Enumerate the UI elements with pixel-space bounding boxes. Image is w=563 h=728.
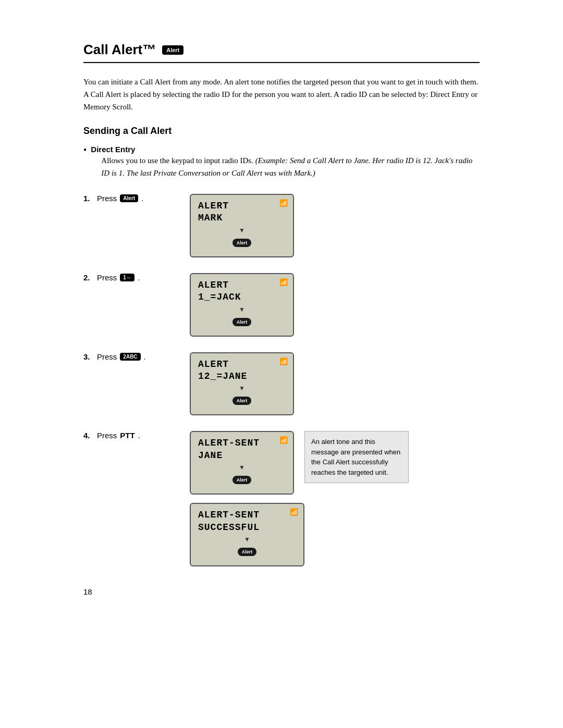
- bullet-desc-normal: Allows you to use the keypad to input ra…: [101, 156, 253, 165]
- section-heading: Sending a Call Alert: [83, 126, 480, 137]
- step-4-screens: 📶 ALERT-SENT JANE ▼ Alert An alert tone …: [190, 431, 409, 495]
- alert-badge: Alert: [162, 45, 183, 55]
- step-1-press-label: Press: [97, 194, 117, 203]
- step-3-line1: ALERT: [198, 359, 286, 371]
- step-4-period: .: [138, 431, 140, 440]
- step-4-screen2-arrow: ▼: [198, 536, 296, 544]
- step-3-line2: 12_=JANE: [198, 371, 286, 382]
- step-4-right: 📶 ALERT-SENT JANE ▼ Alert An alert tone …: [190, 431, 409, 566]
- bullet-direct-entry: • Direct Entry Allows you to use the key…: [83, 145, 480, 179]
- signal-icon-2: 📶: [279, 278, 288, 287]
- step-3-row: 3. Press 2ABC . 📶 ALERT 12_=JANE ▼ Alert: [83, 352, 480, 416]
- step-1-text: Press Alert .: [97, 194, 143, 203]
- step-4-screen1-arrow: ▼: [198, 464, 286, 472]
- signal-icon-4b: 📶: [290, 508, 298, 516]
- step-1-left: 1. Press Alert .: [83, 194, 177, 203]
- bullet-description: Allows you to use the keypad to input ra…: [101, 154, 480, 179]
- step-4-screen2: 📶 ALERT-SENT SUCCESSFUL ▼ Alert: [190, 503, 304, 566]
- intro-paragraph: You can initiate a Call Alert from any m…: [83, 76, 480, 113]
- step-1-screen: 📶 ALERT MARK ▼ Alert: [190, 194, 294, 257]
- step-2-arrow: ▼: [198, 306, 286, 314]
- step-4-screen2-btn-row: Alert: [198, 548, 296, 556]
- step-3-arrow: ▼: [198, 385, 286, 392]
- step-4-ptt-label: PTT: [120, 431, 134, 440]
- step-4-screen1-line1: ALERT-SENT: [198, 437, 286, 449]
- page-content: Call Alert™ Alert You can initiate a Cal…: [0, 0, 563, 638]
- step-2-left: 2. Press 1↔ .: [83, 273, 177, 282]
- step-2-text: Press 1↔ .: [97, 273, 140, 282]
- step-4-number: 4.: [83, 431, 94, 440]
- step-4-left: 4. Press PTT .: [83, 431, 177, 440]
- step-2-screen: 📶 ALERT 1_=JACK ▼ Alert: [190, 273, 294, 337]
- step-3-screen: 📶 ALERT 12_=JANE ▼ Alert: [190, 352, 294, 416]
- step-1-badge: Alert: [120, 194, 138, 202]
- step-4-text: Press PTT .: [97, 431, 140, 440]
- steps-container: 1. Press Alert . 📶 ALERT MARK ▼ Alert 2: [83, 194, 480, 566]
- step-2-number: 2.: [83, 273, 94, 282]
- step-1-row: 1. Press Alert . 📶 ALERT MARK ▼ Alert: [83, 194, 480, 257]
- callout-box: An alert tone and this message are prese…: [304, 431, 409, 483]
- signal-icon-3: 📶: [279, 357, 288, 366]
- step-2-lcd-btn: Alert: [232, 318, 252, 326]
- step-3-press-label: Press: [97, 352, 117, 361]
- step-2-period: .: [138, 273, 140, 282]
- title-bar: Call Alert™ Alert: [83, 42, 480, 63]
- step-1-number: 1.: [83, 194, 94, 203]
- signal-icon-4a: 📶: [279, 436, 288, 445]
- step-2-row: 2. Press 1↔ . 📶 ALERT 1_=JACK ▼ Alert: [83, 273, 480, 337]
- bullet-dot-icon: •: [83, 145, 87, 156]
- step-1-line2: MARK: [198, 212, 286, 224]
- bullet-label: Direct Entry: [91, 145, 135, 154]
- step-3-number: 3.: [83, 352, 94, 361]
- step-4-screen2-line2: SUCCESSFUL: [198, 522, 296, 534]
- step-1-lcd-btn: Alert: [232, 239, 252, 247]
- step-3-btn-row: Alert: [198, 397, 286, 405]
- step-4-screen1-lcd-btn: Alert: [232, 476, 252, 484]
- step-2-btn-row: Alert: [198, 318, 286, 326]
- step-3-lcd-btn: Alert: [232, 397, 252, 405]
- step-1-btn-row: Alert: [198, 239, 286, 247]
- step-2-press-label: Press: [97, 273, 117, 282]
- step-1-period: .: [141, 194, 143, 203]
- step-4-screen1-btn-row: Alert: [198, 476, 286, 484]
- step-1-arrow: ▼: [198, 227, 286, 235]
- step-2-line1: ALERT: [198, 279, 286, 291]
- signal-icon-1: 📶: [279, 199, 288, 207]
- step-4-screen1: 📶 ALERT-SENT JANE ▼ Alert: [190, 431, 294, 495]
- step-2-line2: 1_=JACK: [198, 291, 286, 303]
- step-4-press-label: Press: [97, 431, 117, 440]
- step-3-period: .: [144, 352, 146, 361]
- step-3-text: Press 2ABC .: [97, 352, 146, 361]
- step-3-left: 3. Press 2ABC .: [83, 352, 177, 361]
- step-3-badge: 2ABC: [120, 353, 140, 361]
- step-1-line1: ALERT: [198, 200, 286, 212]
- step-4-row: 4. Press PTT . 📶 ALERT-SENT JANE ▼: [83, 431, 480, 566]
- step-4-screen1-line2: JANE: [198, 450, 286, 462]
- page-title: Call Alert™: [83, 42, 156, 58]
- step-2-badge: 1↔: [120, 274, 134, 281]
- page-number: 18: [83, 587, 480, 596]
- step-4-screen2-lcd-btn: Alert: [238, 548, 257, 556]
- step-4-screen2-line1: ALERT-SENT: [198, 509, 296, 521]
